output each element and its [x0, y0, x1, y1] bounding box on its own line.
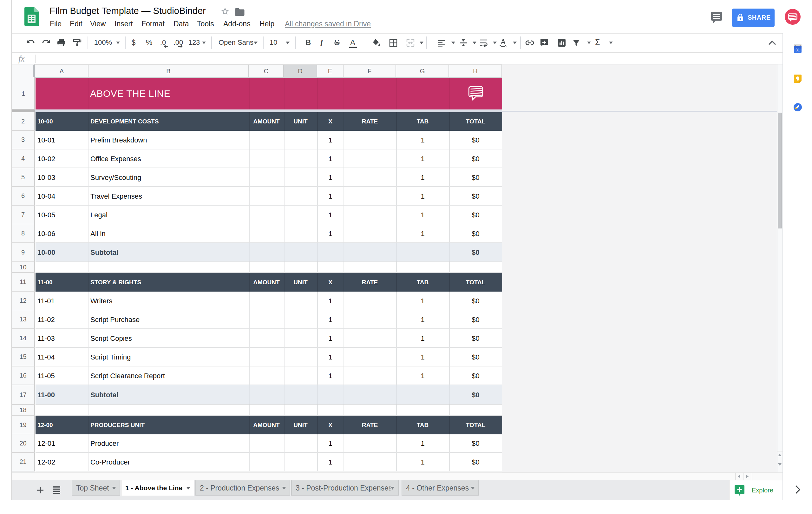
- svg-text:31: 31: [795, 48, 800, 52]
